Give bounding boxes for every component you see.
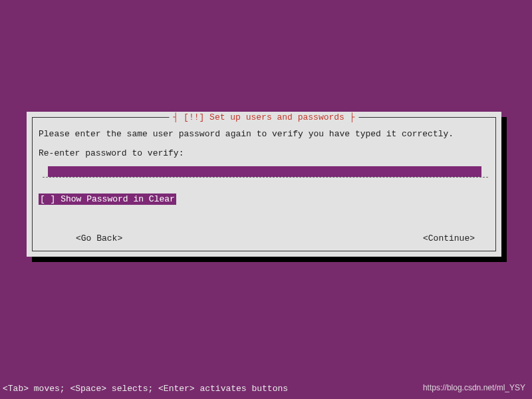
password-input-wrapper bbox=[48, 166, 489, 178]
status-bar: <Tab> moves; <Space> selects; <Enter> ac… bbox=[3, 384, 288, 394]
password-input[interactable] bbox=[48, 166, 481, 177]
input-underline bbox=[43, 177, 488, 178]
dialog-title: ┤ [!!] Set up users and passwords ├ bbox=[169, 112, 358, 122]
dialog-content: Please enter the same user password agai… bbox=[39, 129, 489, 205]
prompt-label: Re-enter password to verify: bbox=[39, 148, 489, 158]
button-row: <Go Back> <Continue> bbox=[39, 233, 489, 243]
go-back-button[interactable]: <Go Back> bbox=[76, 233, 122, 243]
dialog-box: ┤ [!!] Set up users and passwords ├ Plea… bbox=[27, 112, 501, 257]
continue-button[interactable]: <Continue> bbox=[423, 233, 475, 243]
watermark: https://blog.csdn.net/ml_YSY bbox=[423, 383, 525, 392]
instruction-text: Please enter the same user password agai… bbox=[39, 129, 489, 139]
show-password-checkbox[interactable]: [ ] Show Password in Clear bbox=[39, 194, 176, 205]
